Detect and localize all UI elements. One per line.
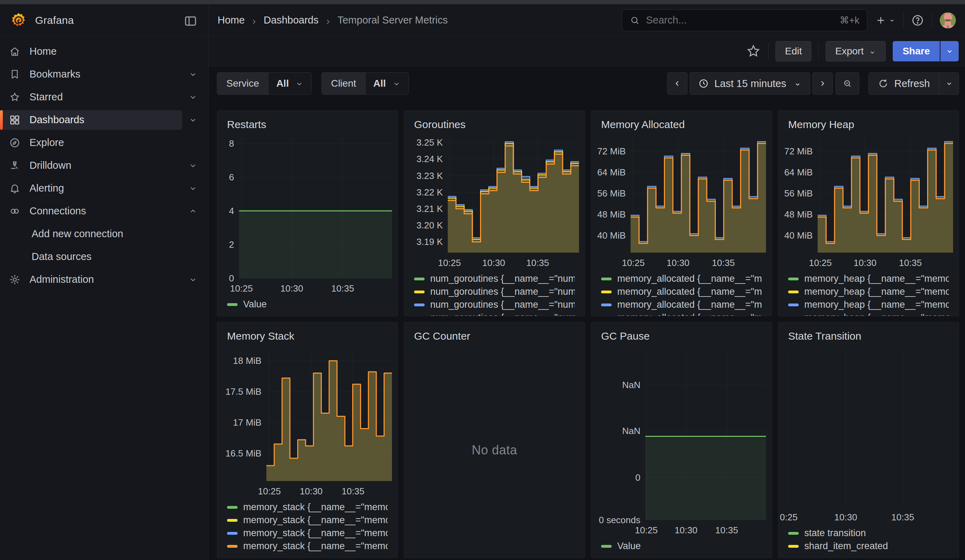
search-box[interactable]: ⌘+k (622, 10, 867, 31)
sidebar-item-label: Administration (29, 274, 94, 285)
export-button[interactable]: Export (826, 41, 886, 61)
panel-title[interactable]: Memory Allocated (591, 111, 772, 131)
svg-text:64 MiB: 64 MiB (597, 167, 626, 178)
legend-item[interactable]: memory_heap {__name__="memory_h (788, 285, 949, 298)
legend-item[interactable]: memory_stack {__name__="memory_s (227, 540, 388, 553)
legend-label: memory_allocated {__name__="memo (617, 286, 762, 297)
sidebar-item-add-new-connection[interactable]: Add new connection (0, 224, 204, 244)
legend-label: memory_allocated {__name__="memo (617, 273, 762, 284)
panel-legend: state transitionshard_item_created (778, 526, 959, 558)
breadcrumb-dashboards[interactable]: Dashboards (263, 15, 318, 26)
chart-canvas[interactable]: 40 MiB48 MiB56 MiB64 MiB72 MiB10:2510:30… (778, 131, 959, 272)
chevron-down-icon[interactable] (182, 65, 204, 84)
chart-canvas[interactable]: 40 MiB48 MiB56 MiB64 MiB72 MiB10:2510:30… (591, 131, 772, 272)
help-button[interactable] (911, 14, 924, 27)
legend-swatch (788, 278, 799, 280)
legend-item[interactable]: memory_stack {__name__="memory_s (227, 501, 388, 514)
svg-text:3.24 K: 3.24 K (417, 154, 443, 164)
dashboard-toolbar: Edit Export Share (208, 36, 965, 66)
refresh-button[interactable]: Refresh (869, 73, 939, 95)
legend-item[interactable]: memory_allocated {__name__="memo (601, 285, 762, 298)
panel-title[interactable]: Restarts (217, 111, 397, 131)
sidebar-item-administration[interactable]: Administration (0, 270, 182, 289)
chevron-down-icon[interactable] (182, 156, 204, 175)
edit-button[interactable]: Edit (775, 41, 811, 61)
legend-item[interactable]: num_goroutines {__name__="num_go (414, 272, 575, 285)
sidebar-item-bookmarks[interactable]: Bookmarks (0, 65, 182, 84)
variable-value[interactable]: All (268, 73, 311, 95)
panel-title[interactable]: GC Pause (591, 322, 772, 343)
legend-label: state transition (804, 528, 866, 539)
sidebar-item-starred[interactable]: Starred (0, 87, 182, 107)
mega-menu-dock-icon[interactable] (183, 14, 198, 27)
legend-item[interactable]: memory_heap {__name__="memory_h (788, 311, 949, 316)
svg-text:10:30: 10:30 (280, 283, 303, 294)
legend-item[interactable]: state transition (788, 527, 949, 540)
share-button[interactable]: Share (893, 41, 940, 61)
legend-item[interactable]: num_goroutines {__name__="num_go (414, 298, 575, 311)
sidebar-item-explore[interactable]: Explore (0, 133, 204, 153)
compass-icon (9, 137, 20, 149)
chevron-down-icon (888, 17, 896, 24)
grafana-logo-icon[interactable] (10, 12, 27, 28)
panel-gc-pause: GC PauseNaNNaN00 seconds10:2510:3010:35V… (591, 322, 772, 558)
legend-label: memory_heap {__name__="memory_h (804, 273, 949, 284)
variable-value[interactable]: All (365, 73, 409, 95)
legend-item[interactable]: memory_allocated {__name__="memo (601, 272, 762, 285)
svg-text:4: 4 (229, 206, 234, 216)
chevron-down-icon[interactable] (182, 110, 204, 130)
legend-swatch (601, 291, 612, 293)
chart-canvas[interactable]: 0246810:2510:3010:35 (217, 131, 397, 297)
legend-item[interactable]: memory_stack {__name__="memory_s (227, 514, 388, 527)
refresh-interval-dropdown[interactable] (939, 73, 959, 95)
sidebar-item-data-sources[interactable]: Data sources (0, 247, 204, 267)
svg-text:10:35: 10:35 (527, 258, 549, 268)
legend-item[interactable]: shard_item_created (788, 540, 949, 553)
chevron-down-icon[interactable] (182, 87, 204, 107)
svg-text:10:25: 10:25 (809, 258, 832, 268)
panel-title[interactable]: Goroutines (404, 111, 585, 131)
chevron-down-icon[interactable] (182, 270, 204, 289)
legend-item[interactable]: memory_allocated {__name__="memo (601, 298, 762, 311)
panel-title[interactable]: Memory Stack (217, 322, 397, 343)
sidebar-item-connections[interactable]: Connections (0, 201, 182, 221)
legend-item[interactable]: num_goroutines {__name__="num_go (414, 311, 575, 316)
time-range-picker[interactable]: Last 15 minutes (690, 72, 811, 95)
search-input[interactable] (645, 14, 834, 26)
chart-canvas[interactable]: 16.5 MiB17 MiB17.5 MiB18 MiB10:2510:3010… (217, 343, 397, 500)
chart-canvas[interactable]: NaNNaN00 seconds10:2510:3010:35 (591, 343, 772, 539)
legend-item[interactable]: Value (227, 298, 388, 311)
house-icon (9, 46, 20, 57)
sidebar-item-alerting[interactable]: Alerting (0, 179, 182, 198)
share-dropdown-button[interactable] (940, 41, 959, 61)
legend-item[interactable]: Value (601, 540, 762, 553)
legend-item[interactable]: memory_stack {__name__="memory_s (227, 527, 388, 540)
legend-item[interactable]: num_goroutines {__name__="num_go (414, 285, 575, 298)
svg-text:10:35: 10:35 (891, 512, 914, 522)
chevron-down-icon[interactable] (182, 179, 204, 198)
breadcrumb-home[interactable]: Home (218, 15, 245, 26)
legend-item[interactable]: memory_heap {__name__="memory_h (788, 298, 949, 311)
legend-item[interactable]: memory_heap {__name__="memory_h (788, 272, 949, 285)
avatar[interactable] (940, 12, 956, 28)
window-title-strip (0, 0, 965, 4)
chart-canvas[interactable]: 0:2510:3010:35 (778, 343, 959, 526)
sidebar-item-dashboards[interactable]: Dashboards (0, 110, 182, 130)
time-forward-button[interactable] (812, 72, 833, 95)
clock-icon (698, 78, 709, 89)
variable-client-dropdown[interactable]: ClientAll (321, 72, 409, 95)
legend-item[interactable]: memory_allocated {__name__="memo (601, 311, 762, 316)
chart-canvas[interactable]: 3.19 K3.20 K3.21 K3.22 K3.23 K3.24 K3.25… (404, 131, 585, 272)
favorite-star-icon[interactable] (746, 44, 761, 59)
panel-title[interactable]: State Transition (778, 322, 959, 343)
variable-service-dropdown[interactable]: ServiceAll (217, 72, 312, 95)
panel-title[interactable]: Memory Heap (778, 111, 959, 131)
sidebar-item-home[interactable]: Home (0, 42, 204, 61)
sidebar-item-drilldown[interactable]: Drilldown (0, 156, 182, 175)
add-new-button[interactable] (875, 15, 896, 26)
zoom-out-button[interactable] (836, 72, 859, 95)
time-back-button[interactable] (667, 72, 687, 95)
svg-text:48 MiB: 48 MiB (597, 209, 626, 220)
panel-title[interactable]: GC Counter (404, 322, 585, 343)
chevron-up-icon[interactable] (182, 201, 204, 221)
